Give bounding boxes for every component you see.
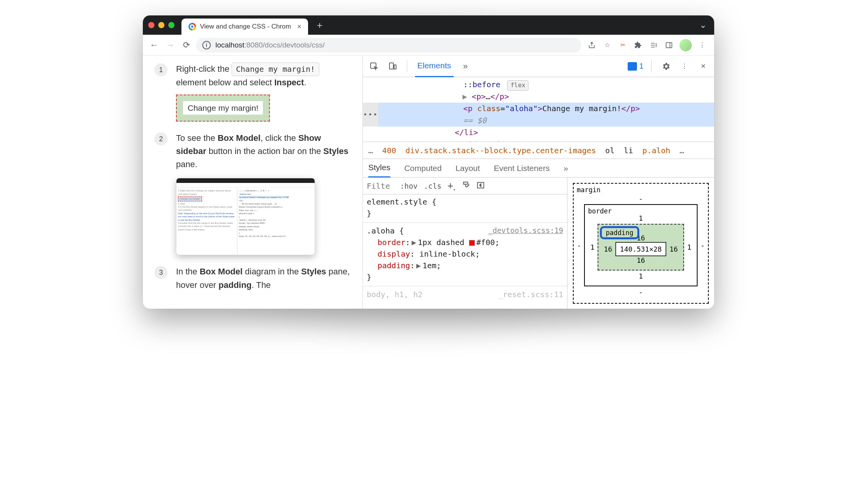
svg-rect-2 [390, 63, 393, 69]
browser-tab[interactable]: View and change CSS - Chrom × [181, 19, 308, 35]
reading-list-icon[interactable] [649, 40, 659, 50]
device-toolbar-icon[interactable] [386, 60, 399, 73]
elements-tab[interactable]: Elements [415, 55, 454, 77]
box-model-diagram[interactable]: margin - - border 1 1 padding [567, 178, 714, 309]
address-bar: ← → ⟳ i localhost:8080/docs/devtools/css… [143, 35, 714, 56]
titlebar: View and change CSS - Chrom × ＋ ⌄ [143, 15, 714, 35]
dom-selected-node[interactable]: ••• <p class="aloha">Change my margin!</… [363, 103, 714, 127]
back-button[interactable]: ← [147, 39, 161, 52]
thumbnail-image: 1 Right-click the Change my margin! elem… [176, 178, 315, 255]
window-minimize-icon[interactable] [158, 22, 164, 28]
window-close-icon[interactable] [148, 22, 154, 28]
url-path: :8080/docs/devtools/css/ [244, 41, 325, 49]
computed-panel-icon[interactable] [476, 181, 485, 191]
site-info-icon[interactable]: i [202, 41, 211, 49]
demo-element[interactable]: Change my margin! [176, 95, 270, 122]
dom-breadcrumb-icon[interactable]: ••• [363, 103, 378, 127]
menu-icon[interactable]: ⋮ [697, 40, 707, 50]
styles-tab[interactable]: Styles [368, 159, 390, 178]
step-number: 2 [154, 132, 168, 145]
subtabs-overflow-icon[interactable]: » [564, 159, 568, 177]
bookmark-icon[interactable]: ☆ [602, 40, 612, 50]
tabs-overflow-icon[interactable]: » [459, 60, 472, 73]
dom-tree[interactable]: ::before flex ▶ <p>…</p> ••• <p class="a… [363, 77, 714, 142]
paint-icon[interactable] [462, 181, 470, 191]
reload-button[interactable]: ⟳ [180, 39, 193, 52]
padding-highlight[interactable]: padding [600, 226, 639, 239]
cls-toggle[interactable]: .cls [424, 182, 442, 190]
layout-tab[interactable]: Layout [456, 159, 480, 177]
step-number: 3 [154, 266, 168, 279]
svg-rect-0 [666, 42, 672, 47]
styles-subtabs: Styles Computed Layout Event Listeners » [363, 159, 714, 178]
forward-button[interactable]: → [164, 39, 177, 52]
tab-title: View and change CSS - Chrom [200, 23, 291, 30]
issues-button[interactable]: 1 [628, 62, 644, 71]
window-zoom-icon[interactable] [168, 22, 174, 28]
browser-window: View and change CSS - Chrom × ＋ ⌄ ← → ⟳ … [143, 15, 714, 309]
hov-toggle[interactable]: :hov [400, 182, 418, 190]
url-field[interactable]: i localhost:8080/docs/devtools/css/ [196, 38, 581, 52]
devtools-toolbar: Elements » 1 ⋮ ✕ [363, 56, 714, 77]
profile-avatar[interactable] [679, 39, 692, 51]
more-icon[interactable]: ⋮ [678, 60, 691, 73]
devtools-close-icon[interactable]: ✕ [696, 60, 710, 73]
page-content: 1 Right-click the Change my margin! elem… [143, 56, 363, 309]
color-swatch-icon[interactable] [469, 240, 475, 246]
code-sample: Change my margin! [232, 63, 319, 76]
settings-icon[interactable] [659, 60, 672, 73]
tab-close-icon[interactable]: × [297, 23, 301, 31]
styles-pane: :hov .cls +▾ element.style { } _de [363, 178, 567, 309]
inspect-element-icon[interactable] [368, 60, 381, 73]
new-tab-button[interactable]: ＋ [313, 19, 326, 31]
source-link[interactable]: _devtools.scss:19 [488, 225, 563, 236]
computed-tab[interactable]: Computed [404, 159, 442, 177]
tab-favicon-icon [188, 23, 196, 30]
url-host: localhost [215, 41, 244, 49]
share-icon[interactable] [587, 40, 597, 50]
side-panel-icon[interactable] [664, 40, 674, 50]
step-number: 1 [154, 63, 168, 76]
new-rule-icon[interactable]: +▾ [448, 180, 456, 192]
dom-breadcrumbs[interactable]: … 400 div.stack.stack--block.type.center… [363, 142, 714, 159]
devtools-panel: Elements » 1 ⋮ ✕ ::before flex ▶ <p>…</p… [363, 56, 714, 309]
event-listeners-tab[interactable]: Event Listeners [494, 159, 550, 177]
extensions-icon[interactable] [633, 40, 643, 50]
scissors-icon[interactable]: ✂ [618, 40, 628, 50]
tabs-overflow-icon[interactable]: ⌄ [699, 20, 706, 30]
styles-filter-input[interactable] [367, 181, 394, 191]
svg-rect-3 [394, 65, 396, 69]
